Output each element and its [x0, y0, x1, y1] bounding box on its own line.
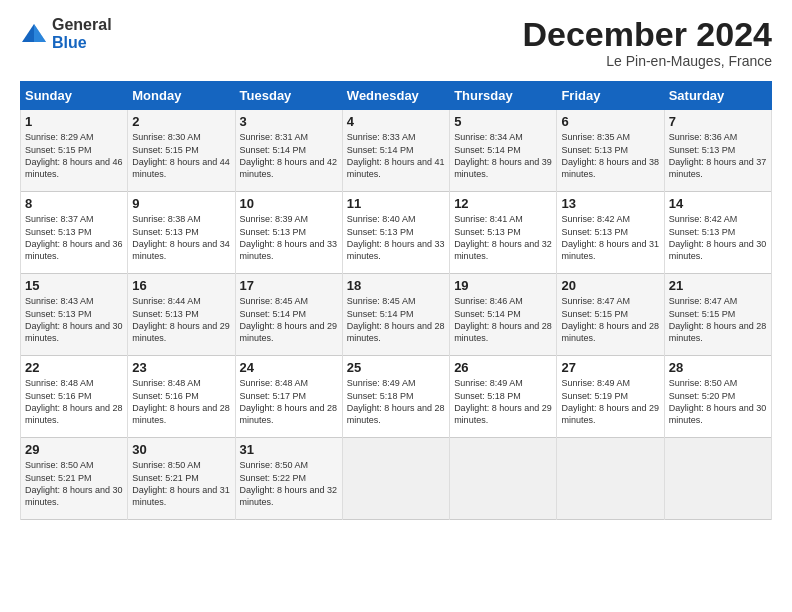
calendar-table: SundayMondayTuesdayWednesdayThursdayFrid…	[20, 81, 772, 520]
calendar-cell: 3Sunrise: 8:31 AMSunset: 5:14 PMDaylight…	[235, 110, 342, 192]
calendar-cell	[664, 438, 771, 520]
week-row: 29Sunrise: 8:50 AMSunset: 5:21 PMDayligh…	[21, 438, 772, 520]
day-number: 18	[347, 278, 445, 293]
day-number: 24	[240, 360, 338, 375]
cell-info: Sunrise: 8:50 AMSunset: 5:21 PMDaylight:…	[25, 460, 123, 506]
calendar-cell: 16Sunrise: 8:44 AMSunset: 5:13 PMDayligh…	[128, 274, 235, 356]
cell-info: Sunrise: 8:50 AMSunset: 5:21 PMDaylight:…	[132, 460, 230, 506]
cell-info: Sunrise: 8:29 AMSunset: 5:15 PMDaylight:…	[25, 132, 123, 178]
calendar-cell: 24Sunrise: 8:48 AMSunset: 5:17 PMDayligh…	[235, 356, 342, 438]
cell-info: Sunrise: 8:48 AMSunset: 5:16 PMDaylight:…	[132, 378, 230, 424]
location: Le Pin-en-Mauges, France	[522, 53, 772, 69]
calendar-cell: 20Sunrise: 8:47 AMSunset: 5:15 PMDayligh…	[557, 274, 664, 356]
calendar-cell: 7Sunrise: 8:36 AMSunset: 5:13 PMDaylight…	[664, 110, 771, 192]
day-number: 14	[669, 196, 767, 211]
calendar-cell	[342, 438, 449, 520]
calendar-cell: 5Sunrise: 8:34 AMSunset: 5:14 PMDaylight…	[450, 110, 557, 192]
weekday-header: Thursday	[450, 82, 557, 110]
calendar-cell: 11Sunrise: 8:40 AMSunset: 5:13 PMDayligh…	[342, 192, 449, 274]
cell-info: Sunrise: 8:49 AMSunset: 5:18 PMDaylight:…	[347, 378, 445, 424]
cell-info: Sunrise: 8:39 AMSunset: 5:13 PMDaylight:…	[240, 214, 338, 260]
day-number: 4	[347, 114, 445, 129]
cell-info: Sunrise: 8:47 AMSunset: 5:15 PMDaylight:…	[669, 296, 767, 342]
calendar-cell: 23Sunrise: 8:48 AMSunset: 5:16 PMDayligh…	[128, 356, 235, 438]
logo-general: General	[52, 16, 112, 34]
day-number: 13	[561, 196, 659, 211]
day-number: 27	[561, 360, 659, 375]
cell-info: Sunrise: 8:47 AMSunset: 5:15 PMDaylight:…	[561, 296, 659, 342]
calendar-cell: 22Sunrise: 8:48 AMSunset: 5:16 PMDayligh…	[21, 356, 128, 438]
calendar-cell: 13Sunrise: 8:42 AMSunset: 5:13 PMDayligh…	[557, 192, 664, 274]
day-number: 26	[454, 360, 552, 375]
week-row: 22Sunrise: 8:48 AMSunset: 5:16 PMDayligh…	[21, 356, 772, 438]
cell-info: Sunrise: 8:50 AMSunset: 5:20 PMDaylight:…	[669, 378, 767, 424]
cell-info: Sunrise: 8:37 AMSunset: 5:13 PMDaylight:…	[25, 214, 123, 260]
cell-info: Sunrise: 8:33 AMSunset: 5:14 PMDaylight:…	[347, 132, 445, 178]
cell-info: Sunrise: 8:34 AMSunset: 5:14 PMDaylight:…	[454, 132, 552, 178]
day-number: 2	[132, 114, 230, 129]
day-number: 9	[132, 196, 230, 211]
calendar-cell: 9Sunrise: 8:38 AMSunset: 5:13 PMDaylight…	[128, 192, 235, 274]
day-number: 1	[25, 114, 123, 129]
cell-info: Sunrise: 8:42 AMSunset: 5:13 PMDaylight:…	[669, 214, 767, 260]
calendar-cell: 19Sunrise: 8:46 AMSunset: 5:14 PMDayligh…	[450, 274, 557, 356]
weekday-header: Monday	[128, 82, 235, 110]
calendar-cell: 28Sunrise: 8:50 AMSunset: 5:20 PMDayligh…	[664, 356, 771, 438]
page: General Blue December 2024 Le Pin-en-Mau…	[0, 0, 792, 532]
weekday-header: Friday	[557, 82, 664, 110]
cell-info: Sunrise: 8:49 AMSunset: 5:19 PMDaylight:…	[561, 378, 659, 424]
day-number: 5	[454, 114, 552, 129]
logo-icon	[20, 20, 48, 48]
calendar-cell: 30Sunrise: 8:50 AMSunset: 5:21 PMDayligh…	[128, 438, 235, 520]
cell-info: Sunrise: 8:43 AMSunset: 5:13 PMDaylight:…	[25, 296, 123, 342]
cell-info: Sunrise: 8:48 AMSunset: 5:16 PMDaylight:…	[25, 378, 123, 424]
day-number: 30	[132, 442, 230, 457]
logo: General Blue	[20, 16, 112, 51]
calendar-cell	[450, 438, 557, 520]
week-row: 1Sunrise: 8:29 AMSunset: 5:15 PMDaylight…	[21, 110, 772, 192]
weekday-header: Saturday	[664, 82, 771, 110]
calendar-cell: 18Sunrise: 8:45 AMSunset: 5:14 PMDayligh…	[342, 274, 449, 356]
cell-info: Sunrise: 8:48 AMSunset: 5:17 PMDaylight:…	[240, 378, 338, 424]
cell-info: Sunrise: 8:30 AMSunset: 5:15 PMDaylight:…	[132, 132, 230, 178]
calendar-cell: 26Sunrise: 8:49 AMSunset: 5:18 PMDayligh…	[450, 356, 557, 438]
calendar-cell: 4Sunrise: 8:33 AMSunset: 5:14 PMDaylight…	[342, 110, 449, 192]
week-row: 8Sunrise: 8:37 AMSunset: 5:13 PMDaylight…	[21, 192, 772, 274]
cell-info: Sunrise: 8:45 AMSunset: 5:14 PMDaylight:…	[240, 296, 338, 342]
day-number: 8	[25, 196, 123, 211]
cell-info: Sunrise: 8:46 AMSunset: 5:14 PMDaylight:…	[454, 296, 552, 342]
calendar-cell: 21Sunrise: 8:47 AMSunset: 5:15 PMDayligh…	[664, 274, 771, 356]
cell-info: Sunrise: 8:35 AMSunset: 5:13 PMDaylight:…	[561, 132, 659, 178]
calendar-cell: 12Sunrise: 8:41 AMSunset: 5:13 PMDayligh…	[450, 192, 557, 274]
day-number: 15	[25, 278, 123, 293]
day-number: 23	[132, 360, 230, 375]
day-number: 6	[561, 114, 659, 129]
weekday-header: Wednesday	[342, 82, 449, 110]
day-number: 16	[132, 278, 230, 293]
cell-info: Sunrise: 8:45 AMSunset: 5:14 PMDaylight:…	[347, 296, 445, 342]
cell-info: Sunrise: 8:41 AMSunset: 5:13 PMDaylight:…	[454, 214, 552, 260]
cell-info: Sunrise: 8:50 AMSunset: 5:22 PMDaylight:…	[240, 460, 338, 506]
week-row: 15Sunrise: 8:43 AMSunset: 5:13 PMDayligh…	[21, 274, 772, 356]
day-number: 11	[347, 196, 445, 211]
day-number: 25	[347, 360, 445, 375]
cell-info: Sunrise: 8:44 AMSunset: 5:13 PMDaylight:…	[132, 296, 230, 342]
cell-info: Sunrise: 8:42 AMSunset: 5:13 PMDaylight:…	[561, 214, 659, 260]
calendar-cell	[557, 438, 664, 520]
calendar-cell: 17Sunrise: 8:45 AMSunset: 5:14 PMDayligh…	[235, 274, 342, 356]
svg-marker-1	[34, 24, 46, 42]
day-number: 22	[25, 360, 123, 375]
cell-info: Sunrise: 8:31 AMSunset: 5:14 PMDaylight:…	[240, 132, 338, 178]
day-number: 28	[669, 360, 767, 375]
calendar-cell: 31Sunrise: 8:50 AMSunset: 5:22 PMDayligh…	[235, 438, 342, 520]
day-number: 29	[25, 442, 123, 457]
weekday-header: Tuesday	[235, 82, 342, 110]
day-number: 12	[454, 196, 552, 211]
calendar-cell: 6Sunrise: 8:35 AMSunset: 5:13 PMDaylight…	[557, 110, 664, 192]
cell-info: Sunrise: 8:36 AMSunset: 5:13 PMDaylight:…	[669, 132, 767, 178]
month-title: December 2024	[522, 16, 772, 53]
day-number: 7	[669, 114, 767, 129]
day-number: 20	[561, 278, 659, 293]
logo-blue: Blue	[52, 34, 112, 52]
calendar-cell: 14Sunrise: 8:42 AMSunset: 5:13 PMDayligh…	[664, 192, 771, 274]
